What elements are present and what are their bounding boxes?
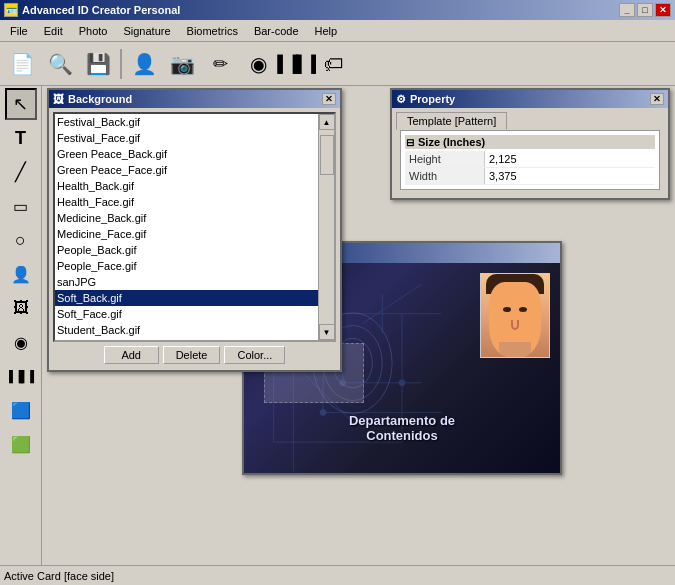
tool-rect[interactable]: ▭: [5, 190, 37, 222]
add-button[interactable]: Add: [104, 346, 159, 364]
title-bar: 🪪 Advanced ID Creator Personal _ □ ✕: [0, 0, 675, 20]
maximize-button[interactable]: □: [637, 3, 653, 17]
new-button[interactable]: 📄: [4, 46, 40, 82]
list-item[interactable]: People_Back.gif: [55, 242, 318, 258]
tab-template-pattern[interactable]: Template [Pattern]: [396, 112, 507, 130]
property-content: ⊟ Size (Inches) Height 2,125 Width 3,375: [400, 130, 660, 190]
signature-icon: ✏: [213, 53, 228, 75]
list-item[interactable]: Green Peace_Face.gif: [55, 162, 318, 178]
open-icon: 🔍: [48, 54, 73, 74]
color-button[interactable]: Color...: [224, 346, 285, 364]
tool-fp-icon: ◉: [14, 333, 28, 352]
list-item[interactable]: Health_Face.gif: [55, 194, 318, 210]
new-icon: 📄: [10, 54, 35, 74]
fingerprint-button[interactable]: ◉: [240, 46, 276, 82]
property-title[interactable]: ⚙ Property ✕: [392, 90, 668, 108]
prop-value-width[interactable]: 3,375: [485, 168, 655, 184]
toolbar-sep-1: [120, 49, 122, 79]
prop-value-height[interactable]: 2,125: [485, 151, 655, 167]
property-tab-area: Template [Pattern]: [392, 108, 668, 130]
menu-bar: File Edit Photo Signature Biometrics Bar…: [0, 20, 675, 42]
tool-person-icon: 👤: [11, 265, 31, 284]
tool-text[interactable]: T: [5, 122, 37, 154]
fingerprint-icon: ◉: [250, 54, 267, 74]
tool-barcode[interactable]: ▌▐▌▐: [5, 360, 37, 392]
face-eye-right: [519, 307, 527, 312]
save-button[interactable]: 💾: [80, 46, 116, 82]
camera-icon: 📷: [170, 54, 195, 74]
tag-button[interactable]: 🏷: [316, 46, 352, 82]
menu-biometrics[interactable]: Biometrics: [179, 21, 246, 41]
pointer-icon: ↖: [13, 93, 28, 115]
face-eye-left: [503, 307, 511, 312]
list-item[interactable]: Soft_Face.gif: [55, 306, 318, 322]
list-item[interactable]: Green Peace_Back.gif: [55, 146, 318, 162]
background-buttons: Add Delete Color...: [53, 342, 336, 366]
circle-icon: ○: [15, 230, 26, 251]
list-item[interactable]: Festival_Face.gif: [55, 130, 318, 146]
status-text: Active Card [face side]: [4, 570, 114, 582]
tool-card2-icon: 🟩: [11, 435, 31, 454]
person-icon: 👤: [132, 54, 157, 74]
menu-barcode[interactable]: Bar-code: [246, 21, 307, 41]
scroll-down-arrow[interactable]: ▼: [319, 324, 335, 340]
list-item[interactable]: Medicine_Back.gif: [55, 210, 318, 226]
background-dialog-title[interactable]: 🖼 Background ✕: [49, 90, 340, 108]
open-button[interactable]: 🔍: [42, 46, 78, 82]
background-dialog-content: Festival_Back.gif Festival_Face.gif Gree…: [49, 108, 340, 370]
svg-line-16: [363, 284, 422, 324]
list-scrollbar[interactable]: ▲ ▼: [318, 114, 334, 340]
property-title-left: ⚙ Property: [396, 93, 455, 106]
minimize-button[interactable]: _: [619, 3, 635, 17]
background-icon: 🖼: [53, 93, 64, 105]
property-close-button[interactable]: ✕: [650, 93, 664, 105]
scroll-up-arrow[interactable]: ▲: [319, 114, 335, 130]
list-item-selected[interactable]: Soft_Back.gif: [55, 290, 318, 306]
tool-person[interactable]: 👤: [5, 258, 37, 290]
card-text-line1: Departamento de: [349, 413, 455, 428]
menu-signature[interactable]: Signature: [115, 21, 178, 41]
barcode-button[interactable]: ▌▐▌▐: [278, 46, 314, 82]
tool-image[interactable]: 🖼: [5, 292, 37, 324]
menu-edit[interactable]: Edit: [36, 21, 71, 41]
svg-point-15: [399, 380, 405, 386]
prop-row-width: Width 3,375: [405, 168, 655, 185]
tag-icon: 🏷: [324, 54, 344, 74]
list-item[interactable]: People_Face.gif: [55, 258, 318, 274]
close-button[interactable]: ✕: [655, 3, 671, 17]
background-list: Festival_Back.gif Festival_Face.gif Gree…: [55, 114, 318, 340]
menu-photo[interactable]: Photo: [71, 21, 116, 41]
background-list-container[interactable]: Festival_Back.gif Festival_Face.gif Gree…: [53, 112, 336, 342]
list-item[interactable]: Festival_Back.gif: [55, 114, 318, 130]
collapse-icon[interactable]: ⊟: [406, 137, 414, 148]
property-icon: ⚙: [396, 93, 406, 106]
tool-line[interactable]: ╱: [5, 156, 37, 188]
card-photo: [480, 273, 550, 358]
background-close-button[interactable]: ✕: [322, 93, 336, 105]
content-area: 🖼 Background ✕ Festival_Back.gif Festiva…: [42, 86, 675, 565]
face-skin: [489, 282, 541, 357]
signature-button[interactable]: ✏: [202, 46, 238, 82]
camera-button[interactable]: 📷: [164, 46, 200, 82]
list-item[interactable]: sanJPG: [55, 274, 318, 290]
scroll-track[interactable]: [319, 130, 335, 324]
scroll-thumb[interactable]: [320, 135, 334, 175]
delete-button[interactable]: Delete: [163, 346, 221, 364]
section-title: Size (Inches): [418, 136, 485, 148]
person-button[interactable]: 👤: [126, 46, 162, 82]
card-photo-face: [481, 274, 549, 357]
property-panel: ⚙ Property ✕ Template [Pattern] ⊟ Size (…: [390, 88, 670, 200]
tool-pointer[interactable]: ↖: [5, 88, 37, 120]
list-item[interactable]: Medicine_Face.gif: [55, 226, 318, 242]
main-area: ↖ T ╱ ▭ ○ 👤 🖼 ◉ ▌▐▌▐ 🟦 🟩: [0, 86, 675, 565]
tool-fp[interactable]: ◉: [5, 326, 37, 358]
tool-card2[interactable]: 🟩: [5, 428, 37, 460]
property-tab-bar: Template [Pattern]: [396, 112, 664, 130]
menu-help[interactable]: Help: [307, 21, 346, 41]
menu-file[interactable]: File: [2, 21, 36, 41]
tool-card1[interactable]: 🟦: [5, 394, 37, 426]
list-item[interactable]: Health_Back.gif: [55, 178, 318, 194]
title-bar-left: 🪪 Advanced ID Creator Personal: [4, 3, 180, 17]
list-item[interactable]: Student_Back.gif: [55, 322, 318, 338]
tool-circle[interactable]: ○: [5, 224, 37, 256]
